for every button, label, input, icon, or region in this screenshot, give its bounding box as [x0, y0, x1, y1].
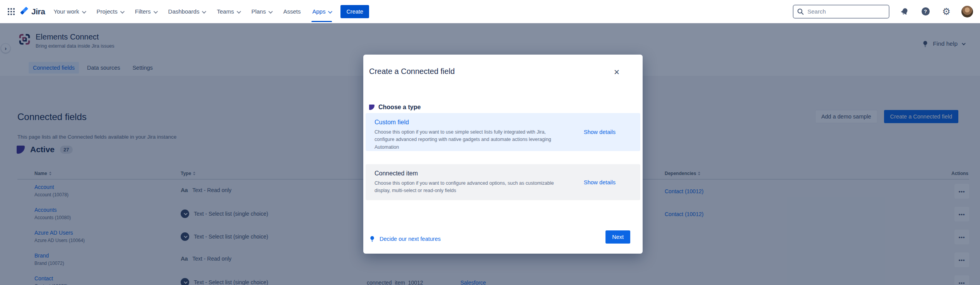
option-title: Custom field [375, 119, 613, 126]
choose-type-section: Choose a type [369, 104, 421, 111]
option-title: Connected item [375, 170, 613, 177]
modal-title: Create a Connected field [369, 67, 455, 76]
next-button[interactable]: Next [605, 230, 630, 244]
top-nav: Jira Your work Projects Filters Dashboar… [0, 0, 980, 23]
nav-your-work[interactable]: Your work [50, 6, 88, 17]
nav-dashboards[interactable]: Dashboards [165, 6, 209, 17]
option-description: Choose this option if you want to use si… [375, 129, 559, 151]
lightbulb-icon [369, 236, 375, 242]
nav-projects[interactable]: Projects [94, 6, 127, 17]
grid-dots-icon [7, 8, 15, 15]
settings-gear-icon[interactable]: ⚙ [941, 6, 952, 17]
nav-apps[interactable]: Apps [309, 6, 334, 17]
search-input[interactable] [793, 5, 889, 19]
jira-elements-connect-screen: Jira Your work Projects Filters Dashboar… [0, 0, 980, 285]
jira-logo[interactable]: Jira [20, 7, 45, 16]
nav-assets[interactable]: Assets [280, 6, 304, 17]
help-icon[interactable]: ? [920, 6, 931, 17]
close-icon: ✕ [614, 68, 620, 77]
jira-wordmark: Jira [31, 7, 45, 16]
option-connected-item[interactable]: Connected item Choose this option if you… [366, 164, 640, 200]
user-avatar[interactable] [961, 6, 973, 17]
nav-teams[interactable]: Teams [214, 6, 243, 17]
nav-filters[interactable]: Filters [132, 6, 160, 17]
create-connected-field-modal: Create a Connected field ✕ Choose a type… [363, 55, 643, 254]
create-button[interactable]: Create [340, 5, 369, 18]
search-icon [797, 8, 804, 17]
notifications-bell-icon[interactable] [899, 6, 910, 17]
connected-field-tag-icon [369, 105, 375, 110]
close-button[interactable]: ✕ [611, 66, 623, 78]
nav-plans[interactable]: Plans [248, 6, 275, 17]
option-custom-field[interactable]: Custom field Choose this option if you w… [366, 113, 640, 151]
decide-next-features-label: Decide our next features [380, 236, 441, 242]
search-box [793, 5, 889, 19]
primary-nav: Your work Projects Filters Dashboards Te… [50, 6, 334, 17]
app-switcher-icon[interactable] [5, 5, 18, 18]
jira-mark-icon [20, 7, 29, 16]
choose-type-label: Choose a type [378, 104, 421, 111]
option-description: Choose this option if you want to config… [375, 180, 559, 195]
decide-next-features-link[interactable]: Decide our next features [369, 236, 441, 242]
show-details-link[interactable]: Show details [584, 129, 616, 135]
nav-right-group: ? ⚙ [793, 5, 973, 19]
show-details-link[interactable]: Show details [584, 179, 616, 185]
